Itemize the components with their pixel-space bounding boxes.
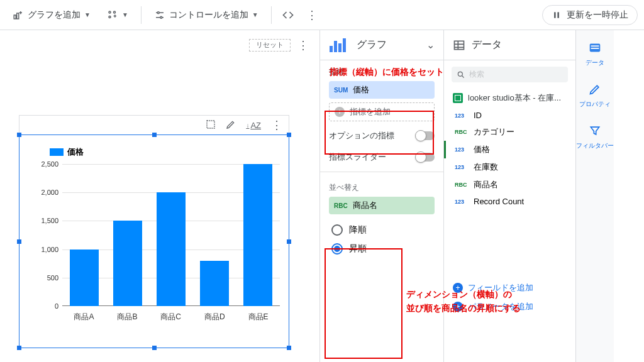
svg-point-4: [109, 16, 111, 18]
reset-button[interactable]: リセット: [249, 39, 291, 51]
resize-handle[interactable]: [287, 346, 291, 350]
setup-panel-title: グラフ: [357, 38, 420, 52]
resize-handle[interactable]: [17, 133, 21, 137]
field-row[interactable]: RBCカテゴリー: [444, 123, 575, 141]
data-panel-header: データ: [444, 30, 575, 60]
svg-rect-8: [557, 12, 559, 18]
field-row[interactable]: RBC商品名: [444, 176, 575, 194]
chevron-down-icon: ▼: [252, 11, 258, 18]
more-vert-icon: ⋮: [306, 8, 318, 22]
chevron-down-icon: ▼: [122, 11, 128, 18]
embed-button[interactable]: [278, 5, 298, 25]
resize-handle[interactable]: [17, 346, 21, 350]
field-type-badge: RBC: [455, 128, 469, 136]
field-type-badge: 123: [455, 146, 469, 153]
y-tick-label: 500: [47, 274, 58, 282]
x-tick-label: 商品D: [204, 312, 225, 322]
optional-metric-label: オプションの指標: [329, 130, 394, 141]
y-tick-label: 2,000: [41, 189, 58, 196]
rail-data-button[interactable]: データ: [586, 39, 604, 67]
chart-legend: 価格: [50, 146, 84, 158]
metric-chip[interactable]: SUM 価格: [329, 81, 435, 99]
field-name: 在庫数: [474, 162, 498, 173]
field-list: 123IDRBCカテゴリー123価格123在庫数RBC商品名123Record …: [444, 107, 575, 209]
svg-rect-14: [455, 41, 464, 49]
resize-handle[interactable]: [152, 346, 157, 350]
rail-property-label: プロパティ: [579, 100, 611, 109]
bar-chart-plus-icon: [13, 9, 24, 21]
resize-handle[interactable]: [287, 133, 291, 137]
sort-section-label: 並べ替え: [320, 176, 443, 197]
metric-slider-row: 指標スライダー: [320, 146, 443, 168]
filter-icon[interactable]: [206, 119, 216, 131]
add-chart-button[interactable]: グラフを追加 ▼: [6, 6, 97, 25]
add-metric-button[interactable]: + 指標を追加: [329, 102, 435, 121]
chart-plot: 05001,0001,5002,0002,500 商品A商品B商品C商品D商品E: [37, 164, 280, 327]
metric-aggregation-tag: SUM: [334, 87, 348, 94]
sort-asc-radio[interactable]: 昇順: [320, 239, 443, 258]
add-chart-label: グラフを追加: [28, 9, 80, 21]
resize-handle[interactable]: [287, 239, 291, 244]
svg-rect-13: [343, 38, 346, 52]
x-tick-label: 商品A: [74, 312, 94, 322]
field-row[interactable]: 123ID: [444, 107, 575, 123]
setup-panel-header[interactable]: グラフ ⌄: [320, 30, 443, 60]
canvas-more-button[interactable]: ⋮: [293, 35, 313, 55]
chart-bar: [113, 221, 142, 306]
add-parameter-button[interactable]: + パラメータを追加: [444, 297, 575, 316]
field-type-badge: RBC: [455, 181, 469, 189]
data-source-name: looker studio基本 - 在庫...: [468, 92, 561, 104]
slider-icon: [154, 9, 165, 21]
svg-point-2: [109, 11, 111, 13]
pause-updates-label: 更新を一時停止: [567, 9, 628, 21]
resize-handle[interactable]: [17, 239, 21, 244]
pause-updates-button[interactable]: 更新を一時停止: [542, 5, 638, 25]
field-row[interactable]: 123Record Count: [444, 194, 575, 209]
field-name: ID: [474, 111, 482, 120]
edit-icon[interactable]: [226, 119, 236, 131]
legend-swatch: [50, 148, 64, 156]
field-row[interactable]: 123価格: [444, 141, 575, 158]
funnel-icon: [586, 122, 604, 140]
sort-desc-label: 降順: [349, 224, 367, 236]
svg-point-3: [113, 11, 115, 13]
chart-more-button[interactable]: ⋮: [271, 118, 282, 132]
optional-metric-toggle[interactable]: [416, 131, 435, 140]
search-placeholder: 検索: [469, 69, 484, 80]
divider: [320, 172, 443, 172]
metric-section-label: 指標: [320, 60, 443, 81]
svg-rect-7: [554, 12, 556, 18]
svg-rect-17: [591, 45, 599, 47]
chart-selection[interactable]: 価格 05001,0001,5002,0002,500 商品A商品B商品C商品D…: [19, 134, 289, 348]
svg-point-5: [157, 11, 159, 13]
resize-handle[interactable]: [152, 133, 157, 137]
metric-slider-toggle[interactable]: [416, 153, 435, 162]
field-search-input[interactable]: 検索: [452, 67, 568, 82]
more-toolbar-button[interactable]: ⋮: [302, 5, 322, 25]
rail-filterbar-button[interactable]: フィルタバー: [576, 122, 614, 150]
add-metric-label: 指標を追加: [350, 106, 391, 118]
metric-name: 価格: [353, 84, 369, 96]
main-area: リセット ⋮ ↓AZ ⋮ 価格 05001,0001,5002,0002,500: [0, 30, 644, 362]
side-panels: グラフ ⌄ 指標 SUM 価格 + 指標を追加 オプションの指標 指標スライダー: [319, 30, 644, 362]
field-row[interactable]: 123在庫数: [444, 158, 575, 176]
add-control-button[interactable]: コントロールを追加 ▼: [148, 6, 265, 25]
add-community-button[interactable]: ▼: [101, 6, 135, 25]
x-tick-label: 商品C: [160, 312, 181, 322]
top-toolbar: グラフを追加 ▼ ▼ コントロールを追加 ▼ ⋮ 更新を一時停止: [0, 0, 644, 30]
toolbar-divider: [271, 6, 272, 24]
pencil-icon: [586, 80, 604, 98]
data-panel-title: データ: [472, 38, 567, 52]
field-name: カテゴリー: [474, 126, 514, 138]
add-field-label: フィールドを追加: [468, 282, 533, 293]
data-source-row[interactable]: looker studio基本 - 在庫...: [444, 89, 575, 107]
data-panel: データ 検索 looker studio基本 - 在庫... 123IDRBCカ…: [444, 30, 576, 362]
sort-field-chip[interactable]: RBC 商品名: [329, 197, 435, 214]
sort-az-button[interactable]: ↓AZ: [246, 121, 261, 130]
y-tick-label: 0: [55, 302, 58, 310]
sort-desc-radio[interactable]: 降順: [320, 221, 443, 239]
field-name: Record Count: [474, 197, 524, 206]
add-field-button[interactable]: + フィールドを追加: [444, 278, 575, 297]
rail-property-button[interactable]: プロパティ: [579, 80, 611, 109]
rail-filterbar-label: フィルタバー: [576, 141, 614, 150]
